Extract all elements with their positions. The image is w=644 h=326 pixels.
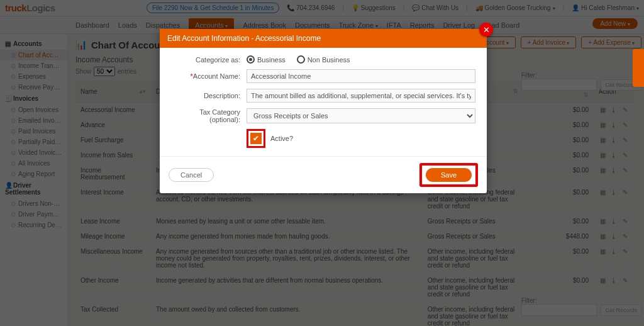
row-tax-category: Tax Category (optional): Gross Receipts …: [171, 108, 475, 123]
modal-title: Edit Account Information - Accessorial I…: [160, 29, 487, 48]
radio-icon: [247, 55, 255, 64]
label-tax-category: Tax Category (optional):: [171, 108, 247, 123]
close-icon[interactable]: ✕: [479, 23, 493, 37]
description-input[interactable]: [247, 89, 475, 103]
cancel-button[interactable]: Cancel: [169, 168, 214, 182]
row-active: ✔ Active?: [171, 129, 475, 148]
row-description: Description:: [171, 89, 475, 103]
side-help-tab[interactable]: [633, 49, 644, 87]
label-active: Active?: [270, 135, 293, 142]
label-account-name: *Account Name:: [171, 72, 247, 80]
modal-footer: Cancel Save: [160, 156, 487, 193]
active-checkbox[interactable]: ✔: [250, 133, 262, 144]
radio-business[interactable]: Business: [247, 55, 286, 64]
tax-category-select[interactable]: Gross Receipts or Sales: [247, 108, 475, 123]
radio-nonbusiness[interactable]: Non Business: [297, 55, 350, 64]
radio-icon: [297, 55, 305, 64]
label-description: Description:: [171, 92, 247, 99]
row-account-name: *Account Name:: [171, 69, 475, 83]
active-checkbox-highlight: ✔: [247, 129, 265, 148]
account-name-input[interactable]: [247, 69, 475, 83]
modal-body: Categorize as: Business Non Business *Ac…: [160, 48, 487, 156]
edit-account-modal: ✕ Edit Account Information - Accessorial…: [160, 29, 487, 193]
save-button-highlight: Save: [419, 163, 478, 187]
save-button[interactable]: Save: [426, 168, 472, 182]
row-categorize: Categorize as: Business Non Business: [171, 55, 475, 64]
label-categorize: Categorize as:: [171, 56, 247, 64]
